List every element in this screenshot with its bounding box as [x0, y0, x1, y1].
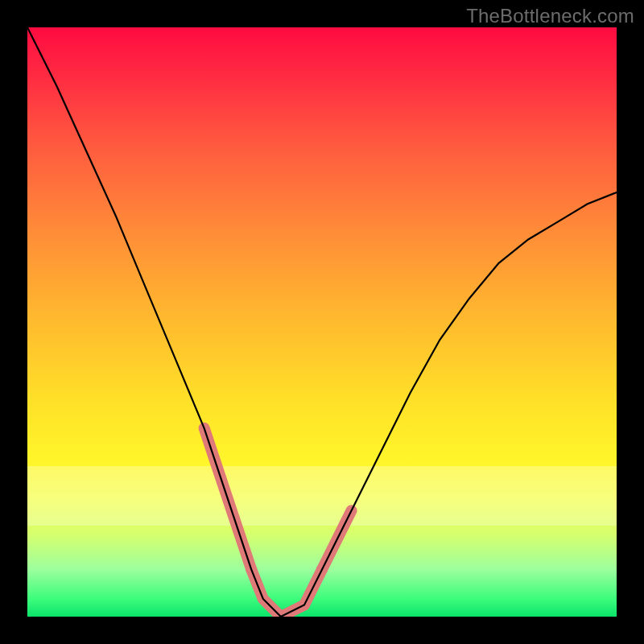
watermark-text: TheBottleneck.com — [466, 5, 634, 27]
curve-layer — [27, 27, 617, 617]
bottleneck-curve — [27, 27, 617, 617]
plot-area — [27, 27, 617, 617]
chart-frame: TheBottleneck.com — [0, 0, 644, 644]
